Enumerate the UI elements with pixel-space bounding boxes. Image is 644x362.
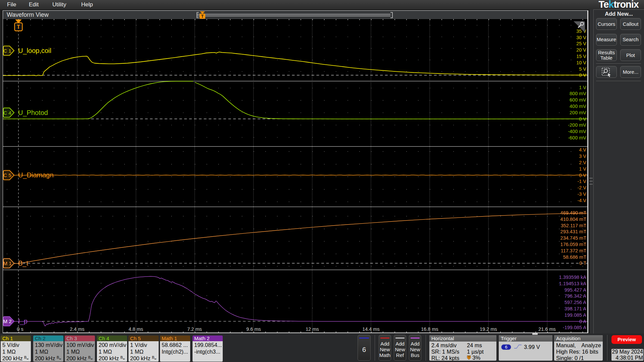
svg-text:-600 mV: -600 mV	[568, 135, 586, 140]
svg-text:0 s: 0 s	[17, 326, 23, 332]
svg-text:234.745 mT: 234.745 mT	[560, 235, 587, 241]
svg-text:597.256 A: 597.256 A	[565, 300, 587, 305]
svg-text:199.085 A: 199.085 A	[565, 312, 587, 318]
svg-text:9.6 ms: 9.6 ms	[246, 326, 261, 332]
svg-text:-4 V: -4 V	[577, 198, 586, 203]
svg-text:1 V: 1 V	[579, 85, 586, 90]
svg-text:410.804 mT: 410.804 mT	[560, 217, 587, 222]
svg-text:T: T	[201, 14, 204, 19]
svg-text:-3 V: -3 V	[577, 191, 586, 197]
svg-text:200 mV: 200 mV	[570, 110, 586, 115]
svg-text:398.171 A: 398.171 A	[565, 306, 587, 311]
svg-text:I_p: I_p	[18, 317, 28, 325]
svg-text:U_Photod: U_Photod	[18, 109, 48, 117]
svg-text:M 1: M 1	[3, 260, 11, 266]
svg-text:21.6 ms: 21.6 ms	[538, 326, 556, 332]
svg-text:469.490 mT: 469.490 mT	[560, 210, 587, 216]
svg-text:M 2: M 2	[3, 318, 11, 324]
svg-text:995.427 A: 995.427 A	[565, 287, 587, 293]
svg-text:0 V: 0 V	[579, 72, 586, 78]
svg-text:T: T	[17, 24, 20, 30]
svg-text:352.117 mT: 352.117 mT	[561, 223, 586, 228]
svg-text:1.194513 kA: 1.194513 kA	[559, 281, 587, 286]
svg-text:C 5: C 5	[3, 172, 11, 178]
svg-text:-1 V: -1 V	[577, 179, 586, 184]
svg-text:-400 mV: -400 mV	[568, 129, 586, 134]
svg-text:2 V: 2 V	[579, 160, 586, 165]
svg-text:3 V: 3 V	[579, 154, 586, 159]
svg-text:T: T	[468, 356, 470, 359]
svg-text:293.431 mT: 293.431 mT	[560, 229, 587, 234]
svg-text:600 mV: 600 mV	[570, 97, 586, 103]
svg-text:14.4 ms: 14.4 ms	[362, 326, 380, 332]
svg-text:U_Diamagn: U_Diamagn	[18, 171, 54, 179]
svg-text:-199.085 A: -199.085 A	[563, 325, 586, 330]
svg-text:U_loop,coil: U_loop,coil	[18, 47, 51, 55]
svg-text:176.059 mT: 176.059 mT	[560, 242, 587, 247]
svg-text:-2 V: -2 V	[577, 185, 586, 190]
svg-text:796.342 A: 796.342 A	[565, 293, 587, 299]
svg-text:16.8 ms: 16.8 ms	[421, 326, 438, 332]
svg-text:5 V: 5 V	[579, 66, 586, 72]
svg-text:58.686 mT: 58.686 mT	[563, 254, 586, 260]
svg-text:0 V: 0 V	[579, 116, 586, 122]
svg-text:2.4 ms: 2.4 ms	[70, 326, 85, 332]
svg-text:-200 mV: -200 mV	[568, 122, 586, 128]
svg-text:25 V: 25 V	[576, 41, 586, 46]
svg-text:B_t: B_t	[18, 259, 28, 267]
svg-text:20 V: 20 V	[576, 47, 586, 53]
svg-text:15 V: 15 V	[576, 54, 586, 59]
svg-text:7.2 ms: 7.2 ms	[187, 326, 202, 332]
svg-text:0 T: 0 T	[579, 260, 586, 266]
svg-text:1 V: 1 V	[579, 166, 586, 172]
svg-text:117.372 mT: 117.372 mT	[561, 248, 586, 253]
svg-text:19.2 ms: 19.2 ms	[480, 326, 497, 332]
svg-text:30 V: 30 V	[576, 35, 586, 40]
svg-text:C 4: C 4	[3, 110, 11, 116]
svg-text:1.393598 kA: 1.393598 kA	[559, 275, 587, 280]
svg-text:400 mV: 400 mV	[570, 104, 586, 109]
svg-text:10 V: 10 V	[576, 60, 586, 65]
svg-text:4 V: 4 V	[579, 147, 586, 153]
svg-text:0 V: 0 V	[579, 173, 586, 178]
svg-text:12 ms: 12 ms	[306, 326, 319, 332]
svg-text:4.8 ms: 4.8 ms	[128, 326, 143, 332]
svg-text:C 1: C 1	[3, 48, 11, 54]
svg-text:800 mV: 800 mV	[570, 91, 586, 96]
svg-text:0 A: 0 A	[579, 319, 586, 324]
